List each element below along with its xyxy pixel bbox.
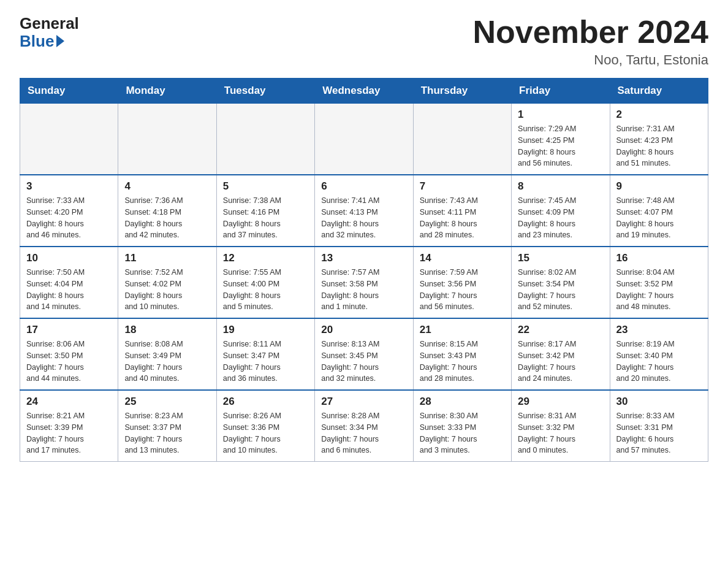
calendar-cell: 29Sunrise: 8:31 AM Sunset: 3:32 PM Dayli… [512,390,610,462]
header-thursday: Thursday [413,79,511,104]
logo: General Blue [20,15,79,50]
day-info: Sunrise: 8:17 AM Sunset: 3:42 PM Dayligh… [518,339,603,385]
calendar-cell: 7Sunrise: 7:43 AM Sunset: 4:11 PM Daylig… [413,175,511,247]
day-number: 28 [420,396,505,408]
day-info: Sunrise: 8:30 AM Sunset: 3:33 PM Dayligh… [420,410,505,456]
day-number: 3 [26,180,112,193]
calendar-cell: 24Sunrise: 8:21 AM Sunset: 3:39 PM Dayli… [20,390,118,462]
day-info: Sunrise: 8:33 AM Sunset: 3:31 PM Dayligh… [616,410,702,456]
calendar-cell: 12Sunrise: 7:55 AM Sunset: 4:00 PM Dayli… [216,247,314,318]
day-number: 30 [616,396,702,408]
title-block: November 2024 Noo, Tartu, Estonia [473,15,708,68]
day-number: 6 [321,180,406,193]
day-info: Sunrise: 8:23 AM Sunset: 3:37 PM Dayligh… [124,410,210,456]
day-info: Sunrise: 8:26 AM Sunset: 3:36 PM Dayligh… [223,410,308,456]
day-info: Sunrise: 8:06 AM Sunset: 3:50 PM Dayligh… [26,339,112,385]
calendar-cell: 19Sunrise: 8:11 AM Sunset: 3:47 PM Dayli… [216,318,314,390]
day-number: 11 [124,252,210,264]
header-wednesday: Wednesday [315,79,413,104]
calendar-cell: 8Sunrise: 7:45 AM Sunset: 4:09 PM Daylig… [512,175,610,247]
day-number: 5 [223,180,308,193]
calendar-cell: 11Sunrise: 7:52 AM Sunset: 4:02 PM Dayli… [118,247,216,318]
calendar-cell: 21Sunrise: 8:15 AM Sunset: 3:43 PM Dayli… [413,318,511,390]
calendar-cell: 2Sunrise: 7:31 AM Sunset: 4:23 PM Daylig… [610,104,708,175]
day-info: Sunrise: 7:29 AM Sunset: 4:25 PM Dayligh… [518,123,603,169]
calendar-cell: 17Sunrise: 8:06 AM Sunset: 3:50 PM Dayli… [20,318,118,390]
calendar-cell: 3Sunrise: 7:33 AM Sunset: 4:20 PM Daylig… [20,175,118,247]
day-number: 26 [223,396,308,408]
day-info: Sunrise: 8:08 AM Sunset: 3:49 PM Dayligh… [124,339,210,385]
day-number: 14 [420,252,505,264]
calendar-week-row-3: 10Sunrise: 7:50 AM Sunset: 4:04 PM Dayli… [20,247,708,318]
day-number: 27 [321,396,406,408]
day-number: 18 [124,324,210,336]
calendar-cell: 26Sunrise: 8:26 AM Sunset: 3:36 PM Dayli… [216,390,314,462]
page-header: General Blue November 2024 Noo, Tartu, E… [20,15,708,68]
day-info: Sunrise: 8:21 AM Sunset: 3:39 PM Dayligh… [26,410,112,456]
calendar-cell [216,104,314,175]
day-info: Sunrise: 8:28 AM Sunset: 3:34 PM Dayligh… [321,410,406,456]
calendar-cell: 27Sunrise: 8:28 AM Sunset: 3:34 PM Dayli… [315,390,413,462]
day-info: Sunrise: 7:55 AM Sunset: 4:00 PM Dayligh… [223,267,308,313]
calendar-cell [413,104,511,175]
day-info: Sunrise: 8:11 AM Sunset: 3:47 PM Dayligh… [223,339,308,385]
logo-triangle-icon [56,35,64,47]
day-number: 9 [616,180,702,193]
day-info: Sunrise: 7:31 AM Sunset: 4:23 PM Dayligh… [616,123,702,169]
calendar-week-row-1: 1Sunrise: 7:29 AM Sunset: 4:25 PM Daylig… [20,104,708,175]
header-friday: Friday [512,79,610,104]
weekday-header-row: Sunday Monday Tuesday Wednesday Thursday… [20,79,708,104]
day-info: Sunrise: 7:38 AM Sunset: 4:16 PM Dayligh… [223,195,308,241]
day-info: Sunrise: 7:45 AM Sunset: 4:09 PM Dayligh… [518,195,603,241]
calendar-cell: 5Sunrise: 7:38 AM Sunset: 4:16 PM Daylig… [216,175,314,247]
day-info: Sunrise: 8:13 AM Sunset: 3:45 PM Dayligh… [321,339,406,385]
header-saturday: Saturday [610,79,708,104]
calendar-cell: 1Sunrise: 7:29 AM Sunset: 4:25 PM Daylig… [512,104,610,175]
logo-blue-text: Blue [20,33,64,50]
day-number: 1 [518,109,603,121]
day-number: 23 [616,324,702,336]
day-info: Sunrise: 7:50 AM Sunset: 4:04 PM Dayligh… [26,267,112,313]
calendar-cell: 10Sunrise: 7:50 AM Sunset: 4:04 PM Dayli… [20,247,118,318]
day-info: Sunrise: 7:57 AM Sunset: 3:58 PM Dayligh… [321,267,406,313]
calendar-cell [315,104,413,175]
calendar-cell: 20Sunrise: 8:13 AM Sunset: 3:45 PM Dayli… [315,318,413,390]
month-title: November 2024 [473,15,708,50]
day-number: 13 [321,252,406,264]
location-title: Noo, Tartu, Estonia [473,52,708,68]
day-number: 22 [518,324,603,336]
calendar-cell: 18Sunrise: 8:08 AM Sunset: 3:49 PM Dayli… [118,318,216,390]
day-number: 20 [321,324,406,336]
day-number: 10 [26,252,112,264]
header-sunday: Sunday [20,79,118,104]
logo-general-text: General [20,15,79,33]
day-number: 7 [420,180,505,193]
day-info: Sunrise: 7:33 AM Sunset: 4:20 PM Dayligh… [26,195,112,241]
day-info: Sunrise: 7:59 AM Sunset: 3:56 PM Dayligh… [420,267,505,313]
day-info: Sunrise: 8:04 AM Sunset: 3:52 PM Dayligh… [616,267,702,313]
day-number: 16 [616,252,702,264]
day-info: Sunrise: 7:52 AM Sunset: 4:02 PM Dayligh… [124,267,210,313]
day-info: Sunrise: 7:43 AM Sunset: 4:11 PM Dayligh… [420,195,505,241]
day-info: Sunrise: 8:19 AM Sunset: 3:40 PM Dayligh… [616,339,702,385]
calendar-cell: 14Sunrise: 7:59 AM Sunset: 3:56 PM Dayli… [413,247,511,318]
calendar-cell: 25Sunrise: 8:23 AM Sunset: 3:37 PM Dayli… [118,390,216,462]
calendar-table: Sunday Monday Tuesday Wednesday Thursday… [20,78,708,462]
day-info: Sunrise: 7:48 AM Sunset: 4:07 PM Dayligh… [616,195,702,241]
calendar-cell [20,104,118,175]
day-number: 25 [124,396,210,408]
calendar-cell: 6Sunrise: 7:41 AM Sunset: 4:13 PM Daylig… [315,175,413,247]
day-number: 4 [124,180,210,193]
calendar-week-row-2: 3Sunrise: 7:33 AM Sunset: 4:20 PM Daylig… [20,175,708,247]
calendar-week-row-5: 24Sunrise: 8:21 AM Sunset: 3:39 PM Dayli… [20,390,708,462]
day-info: Sunrise: 7:36 AM Sunset: 4:18 PM Dayligh… [124,195,210,241]
calendar-cell: 22Sunrise: 8:17 AM Sunset: 3:42 PM Dayli… [512,318,610,390]
header-monday: Monday [118,79,216,104]
calendar-cell: 23Sunrise: 8:19 AM Sunset: 3:40 PM Dayli… [610,318,708,390]
calendar-cell: 13Sunrise: 7:57 AM Sunset: 3:58 PM Dayli… [315,247,413,318]
calendar-cell: 16Sunrise: 8:04 AM Sunset: 3:52 PM Dayli… [610,247,708,318]
day-number: 24 [26,396,112,408]
day-info: Sunrise: 7:41 AM Sunset: 4:13 PM Dayligh… [321,195,406,241]
day-number: 8 [518,180,603,193]
day-info: Sunrise: 8:02 AM Sunset: 3:54 PM Dayligh… [518,267,603,313]
